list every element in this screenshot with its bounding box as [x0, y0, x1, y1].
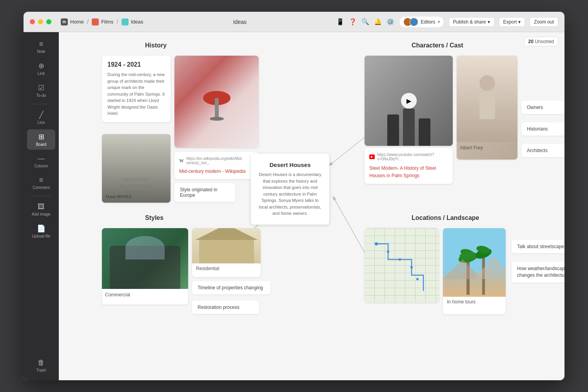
wikipedia-card[interactable]: W https://en.wikipedia.org/wiki/Mid-cent… [174, 152, 259, 179]
close-button[interactable] [30, 19, 35, 24]
app-window: m Home / Films / Ideas Ideas 📱 ❓ 🔍 🔔 ⚙️ [24, 12, 564, 380]
sidebar-item-todo[interactable]: ☑ To-do [27, 80, 55, 101]
characters-video-card[interactable]: ▶ [365, 56, 453, 146]
sidebar-separator-2 [31, 196, 51, 196]
trash-icon: 🗑 [38, 359, 45, 367]
center-title: Desert Houses [259, 162, 321, 168]
oasis-image-overlay [102, 134, 171, 203]
svg-point-9 [375, 242, 378, 245]
svg-marker-22 [474, 256, 506, 279]
video-thumbnail: ▶ [365, 56, 453, 146]
svg-rect-8 [479, 92, 495, 119]
publish-button[interactable]: Publish & share ▾ [449, 17, 494, 27]
owners-item[interactable]: Owners [521, 101, 564, 114]
map-image [365, 228, 439, 303]
svg-point-7 [479, 75, 495, 91]
oasis-label: Oasis HOTEL [106, 194, 132, 199]
sidebar-item-column[interactable]: — Column [27, 151, 55, 171]
wiki-link[interactable]: Mid-century modern - Wikipedia [179, 169, 245, 174]
sidebar-comment-label: Comment [33, 185, 49, 190]
help-icon: ❓ [349, 18, 357, 25]
palm-image [443, 228, 506, 297]
fullscreen-button[interactable] [46, 19, 51, 24]
editors-label: Editors [421, 19, 435, 25]
sidebar-item-add-image[interactable]: 🖼 Add image [27, 200, 55, 220]
breadcrumb-ideas[interactable]: Ideas [122, 18, 143, 25]
svg-point-10 [387, 250, 389, 253]
films-icon [92, 18, 99, 25]
export-label: Export [503, 19, 517, 25]
history-section-label: History [145, 42, 167, 49]
sidebar-item-board[interactable]: ⊞ Board [27, 129, 55, 150]
canvas-topbar: 20 Unsorted [524, 37, 558, 46]
search-icon[interactable]: 🔍 [361, 18, 369, 25]
yt-link[interactable]: Steel Modern- A History of Steel Houses … [369, 165, 436, 178]
sidebar-board-label: Board [36, 142, 47, 147]
sidebar-item-trash[interactable]: 🗑 Trash [27, 356, 55, 376]
export-button[interactable]: Export ▾ [499, 17, 525, 27]
app-body: ≡ Note ⊕ Link ☑ To-do ╱ Line ⊞ Board — [24, 32, 564, 380]
zoom-out-label: Zoom out [534, 19, 554, 25]
link-icon: ⊕ [38, 62, 44, 70]
settings-icon[interactable]: ⚙️ [387, 18, 394, 25]
unsorted-count: 20 [528, 39, 534, 44]
minimize-button[interactable] [38, 19, 43, 24]
sidebar-item-note[interactable]: ≡ Note [27, 37, 55, 57]
films-label: Films [101, 19, 113, 25]
breadcrumb-sep-2: / [116, 18, 118, 25]
youtube-card[interactable]: ▶ https://www.youtube.com/watch?v=0NxJ0q… [365, 148, 453, 184]
svg-rect-5 [215, 98, 219, 120]
weather-landscape-item[interactable]: How weather/landscape changes the archit… [512, 261, 564, 283]
unsorted-badge[interactable]: 20 Unsorted [524, 37, 558, 46]
commercial-image-card: Commercial [102, 228, 188, 305]
svg-point-12 [410, 266, 413, 269]
sidebar: ≡ Note ⊕ Link ☑ To-do ╱ Line ⊞ Board — [24, 32, 59, 380]
svg-point-11 [399, 258, 401, 261]
home-label: Home [70, 19, 84, 25]
breadcrumb-sep-1: / [87, 18, 89, 25]
wiki-url-row: W https://en.wikipedia.org/wiki/Mid-cent… [179, 156, 254, 165]
avatar-2 [410, 18, 418, 26]
sidebar-item-comment[interactable]: ≡ Comment [27, 173, 55, 193]
restoration-item[interactable]: Restoration process [192, 301, 259, 314]
canvas[interactable]: 20 Unsorted [59, 32, 564, 380]
palm-svg [443, 228, 506, 297]
sidebar-item-line[interactable]: ╱ Line [27, 107, 55, 128]
avatar-group [403, 18, 418, 26]
styles-section-label: Styles [145, 214, 163, 221]
wiki-w-icon: W [179, 158, 184, 164]
sidebar-separator-1 [31, 104, 51, 104]
palm-trees-card: In home tours [443, 228, 506, 314]
youtube-icon: ▶ [369, 154, 375, 159]
map-route-svg [365, 228, 439, 303]
titlebar: m Home / Films / Ideas Ideas 📱 ❓ 🔍 🔔 ⚙️ [24, 12, 564, 32]
zoom-out-button[interactable]: Zoom out [530, 17, 558, 27]
publish-label: Publish & share [453, 19, 486, 25]
architects-item[interactable]: Architects [521, 144, 564, 157]
commercial-label: Commercial [102, 289, 188, 301]
sidebar-upload-label: Upload file [32, 234, 50, 238]
breadcrumb-home[interactable]: m Home [61, 18, 84, 25]
residential-image [192, 228, 261, 263]
timeline-item[interactable]: Timeline of properties changing [192, 281, 270, 294]
editors-chevron-icon: ▾ [438, 20, 440, 24]
play-button[interactable]: ▶ [401, 93, 417, 109]
sidebar-add-image-label: Add image [32, 212, 51, 216]
add-image-icon: 🖼 [38, 203, 45, 211]
streetscape-item[interactable]: Talk about streetscape [512, 240, 564, 253]
chair-image-bg [174, 56, 259, 148]
note-icon: ≡ [39, 40, 44, 48]
sidebar-item-upload[interactable]: 📄 Upload file [27, 221, 55, 241]
yt-url-row: ▶ https://www.youtube.com/watch?v=0NxJ0q… [369, 152, 448, 161]
breadcrumb-films[interactable]: Films [92, 18, 113, 25]
historians-item[interactable]: Historians [521, 122, 564, 136]
svg-marker-21 [443, 260, 482, 279]
unsorted-label: Unsorted [535, 39, 554, 44]
map-card [365, 228, 439, 303]
editors-button[interactable]: Editors ▾ [399, 16, 444, 28]
wiki-url-text: https://en.wikipedia.org/wiki/Mid-centur… [186, 156, 254, 165]
sidebar-item-link[interactable]: ⊕ Link [27, 58, 55, 79]
residential-image-card: Residential [192, 228, 261, 277]
bell-icon[interactable]: 🔔 [374, 18, 382, 25]
in-home-label: In home tours [443, 297, 506, 307]
